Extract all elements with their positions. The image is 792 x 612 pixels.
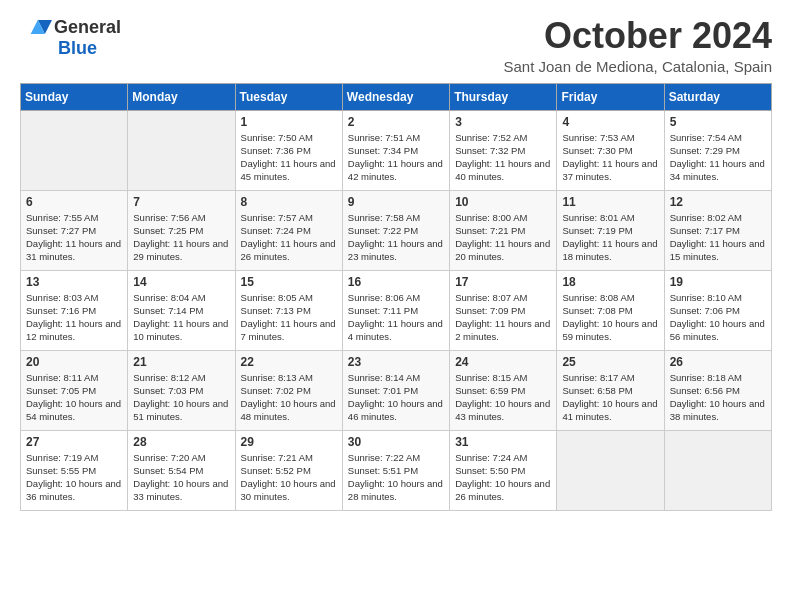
day-number: 17 (455, 275, 551, 289)
calendar-cell: 28Sunrise: 7:20 AM Sunset: 5:54 PM Dayli… (128, 430, 235, 510)
day-info: Sunrise: 7:20 AM Sunset: 5:54 PM Dayligh… (133, 451, 229, 504)
day-info: Sunrise: 7:58 AM Sunset: 7:22 PM Dayligh… (348, 211, 444, 264)
logo: General Blue (20, 16, 121, 59)
calendar-week-row: 20Sunrise: 8:11 AM Sunset: 7:05 PM Dayli… (21, 350, 772, 430)
day-info: Sunrise: 8:00 AM Sunset: 7:21 PM Dayligh… (455, 211, 551, 264)
day-number: 16 (348, 275, 444, 289)
calendar-table: SundayMondayTuesdayWednesdayThursdayFrid… (20, 83, 772, 511)
day-number: 18 (562, 275, 658, 289)
calendar-week-row: 1Sunrise: 7:50 AM Sunset: 7:36 PM Daylig… (21, 110, 772, 190)
day-number: 4 (562, 115, 658, 129)
header-row: SundayMondayTuesdayWednesdayThursdayFrid… (21, 83, 772, 110)
day-number: 20 (26, 355, 122, 369)
day-number: 6 (26, 195, 122, 209)
day-number: 3 (455, 115, 551, 129)
day-info: Sunrise: 8:07 AM Sunset: 7:09 PM Dayligh… (455, 291, 551, 344)
logo-icon (20, 16, 52, 38)
day-number: 5 (670, 115, 766, 129)
month-title: October 2024 (503, 16, 772, 56)
day-number: 19 (670, 275, 766, 289)
header-cell: Saturday (664, 83, 771, 110)
day-number: 8 (241, 195, 337, 209)
day-number: 25 (562, 355, 658, 369)
header-cell: Sunday (21, 83, 128, 110)
day-number: 26 (670, 355, 766, 369)
calendar-cell: 1Sunrise: 7:50 AM Sunset: 7:36 PM Daylig… (235, 110, 342, 190)
day-info: Sunrise: 7:56 AM Sunset: 7:25 PM Dayligh… (133, 211, 229, 264)
day-number: 21 (133, 355, 229, 369)
day-info: Sunrise: 7:55 AM Sunset: 7:27 PM Dayligh… (26, 211, 122, 264)
calendar-cell: 5Sunrise: 7:54 AM Sunset: 7:29 PM Daylig… (664, 110, 771, 190)
day-number: 23 (348, 355, 444, 369)
calendar-week-row: 27Sunrise: 7:19 AM Sunset: 5:55 PM Dayli… (21, 430, 772, 510)
calendar-cell: 8Sunrise: 7:57 AM Sunset: 7:24 PM Daylig… (235, 190, 342, 270)
calendar-cell (21, 110, 128, 190)
logo-blue: Blue (58, 38, 97, 59)
day-info: Sunrise: 8:04 AM Sunset: 7:14 PM Dayligh… (133, 291, 229, 344)
calendar-cell: 13Sunrise: 8:03 AM Sunset: 7:16 PM Dayli… (21, 270, 128, 350)
calendar-cell: 9Sunrise: 7:58 AM Sunset: 7:22 PM Daylig… (342, 190, 449, 270)
day-info: Sunrise: 8:14 AM Sunset: 7:01 PM Dayligh… (348, 371, 444, 424)
day-info: Sunrise: 7:22 AM Sunset: 5:51 PM Dayligh… (348, 451, 444, 504)
calendar-cell: 17Sunrise: 8:07 AM Sunset: 7:09 PM Dayli… (450, 270, 557, 350)
day-info: Sunrise: 8:15 AM Sunset: 6:59 PM Dayligh… (455, 371, 551, 424)
day-info: Sunrise: 7:52 AM Sunset: 7:32 PM Dayligh… (455, 131, 551, 184)
day-number: 13 (26, 275, 122, 289)
location-title: Sant Joan de Mediona, Catalonia, Spain (503, 58, 772, 75)
day-number: 28 (133, 435, 229, 449)
calendar-cell: 11Sunrise: 8:01 AM Sunset: 7:19 PM Dayli… (557, 190, 664, 270)
calendar-cell: 7Sunrise: 7:56 AM Sunset: 7:25 PM Daylig… (128, 190, 235, 270)
calendar-cell: 6Sunrise: 7:55 AM Sunset: 7:27 PM Daylig… (21, 190, 128, 270)
calendar-cell: 4Sunrise: 7:53 AM Sunset: 7:30 PM Daylig… (557, 110, 664, 190)
page-header: General Blue October 2024 Sant Joan de M… (20, 16, 772, 75)
calendar-cell: 15Sunrise: 8:05 AM Sunset: 7:13 PM Dayli… (235, 270, 342, 350)
calendar-cell: 14Sunrise: 8:04 AM Sunset: 7:14 PM Dayli… (128, 270, 235, 350)
day-number: 30 (348, 435, 444, 449)
day-info: Sunrise: 7:50 AM Sunset: 7:36 PM Dayligh… (241, 131, 337, 184)
calendar-cell: 30Sunrise: 7:22 AM Sunset: 5:51 PM Dayli… (342, 430, 449, 510)
calendar-cell (128, 110, 235, 190)
calendar-cell: 19Sunrise: 8:10 AM Sunset: 7:06 PM Dayli… (664, 270, 771, 350)
day-number: 29 (241, 435, 337, 449)
title-section: October 2024 Sant Joan de Mediona, Catal… (503, 16, 772, 75)
day-info: Sunrise: 8:03 AM Sunset: 7:16 PM Dayligh… (26, 291, 122, 344)
day-number: 24 (455, 355, 551, 369)
calendar-cell: 21Sunrise: 8:12 AM Sunset: 7:03 PM Dayli… (128, 350, 235, 430)
calendar-cell: 29Sunrise: 7:21 AM Sunset: 5:52 PM Dayli… (235, 430, 342, 510)
day-number: 7 (133, 195, 229, 209)
day-info: Sunrise: 7:24 AM Sunset: 5:50 PM Dayligh… (455, 451, 551, 504)
day-number: 22 (241, 355, 337, 369)
calendar-cell: 20Sunrise: 8:11 AM Sunset: 7:05 PM Dayli… (21, 350, 128, 430)
calendar-cell: 31Sunrise: 7:24 AM Sunset: 5:50 PM Dayli… (450, 430, 557, 510)
calendar-cell: 23Sunrise: 8:14 AM Sunset: 7:01 PM Dayli… (342, 350, 449, 430)
day-number: 31 (455, 435, 551, 449)
header-cell: Tuesday (235, 83, 342, 110)
day-number: 14 (133, 275, 229, 289)
day-number: 1 (241, 115, 337, 129)
header-cell: Friday (557, 83, 664, 110)
day-number: 27 (26, 435, 122, 449)
day-number: 15 (241, 275, 337, 289)
day-info: Sunrise: 8:18 AM Sunset: 6:56 PM Dayligh… (670, 371, 766, 424)
calendar-body: 1Sunrise: 7:50 AM Sunset: 7:36 PM Daylig… (21, 110, 772, 510)
calendar-cell: 18Sunrise: 8:08 AM Sunset: 7:08 PM Dayli… (557, 270, 664, 350)
day-info: Sunrise: 7:19 AM Sunset: 5:55 PM Dayligh… (26, 451, 122, 504)
day-number: 10 (455, 195, 551, 209)
calendar-cell (557, 430, 664, 510)
day-info: Sunrise: 8:05 AM Sunset: 7:13 PM Dayligh… (241, 291, 337, 344)
calendar-cell: 22Sunrise: 8:13 AM Sunset: 7:02 PM Dayli… (235, 350, 342, 430)
day-info: Sunrise: 7:53 AM Sunset: 7:30 PM Dayligh… (562, 131, 658, 184)
calendar-cell: 16Sunrise: 8:06 AM Sunset: 7:11 PM Dayli… (342, 270, 449, 350)
day-number: 11 (562, 195, 658, 209)
header-cell: Wednesday (342, 83, 449, 110)
day-info: Sunrise: 7:21 AM Sunset: 5:52 PM Dayligh… (241, 451, 337, 504)
day-info: Sunrise: 8:10 AM Sunset: 7:06 PM Dayligh… (670, 291, 766, 344)
calendar-cell: 2Sunrise: 7:51 AM Sunset: 7:34 PM Daylig… (342, 110, 449, 190)
day-number: 12 (670, 195, 766, 209)
calendar-cell: 25Sunrise: 8:17 AM Sunset: 6:58 PM Dayli… (557, 350, 664, 430)
calendar-cell: 12Sunrise: 8:02 AM Sunset: 7:17 PM Dayli… (664, 190, 771, 270)
calendar-cell: 10Sunrise: 8:00 AM Sunset: 7:21 PM Dayli… (450, 190, 557, 270)
header-cell: Monday (128, 83, 235, 110)
day-info: Sunrise: 7:51 AM Sunset: 7:34 PM Dayligh… (348, 131, 444, 184)
day-info: Sunrise: 8:11 AM Sunset: 7:05 PM Dayligh… (26, 371, 122, 424)
